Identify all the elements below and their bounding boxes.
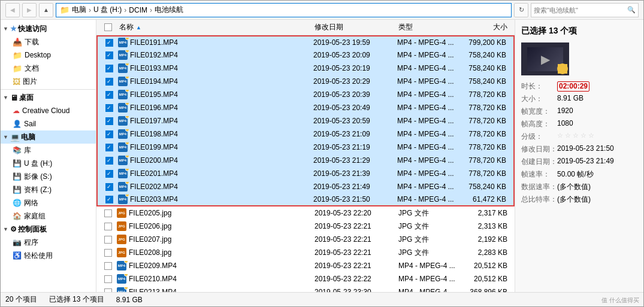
sidebar-section-desktop[interactable]: ▼ 🖥 桌面	[1, 91, 96, 104]
row-checkbox[interactable]: ✓	[105, 51, 113, 59]
width-label: 帧宽度：	[521, 107, 557, 117]
row-checkbox[interactable]: ✓	[105, 144, 113, 151]
table-row[interactable]: JPG FILE0206.jpg 2019-05-23 22:21 JPG 文件…	[96, 220, 515, 233]
table-row[interactable]: MP4 FILE0210.MP4 2019-05-23 22:22 MP4 - …	[96, 272, 515, 285]
sidebar-item-library[interactable]: 📚 库	[1, 144, 96, 157]
table-row[interactable]: ✓ MP4 FILE0203.MP4 2019-05-23 21:50 MP4 …	[96, 193, 515, 206]
row-checkbox[interactable]: ✓	[105, 91, 113, 99]
row-check-cell[interactable]: ✓	[100, 65, 118, 72]
row-checkbox[interactable]: ✓	[105, 39, 113, 47]
row-check-cell[interactable]	[99, 236, 117, 244]
row-checkbox[interactable]	[104, 275, 112, 283]
row-type: MP4 - MPEG-4 ...	[398, 262, 458, 270]
sidebar-item-shadow[interactable]: 💾 影像 (S:)	[1, 170, 96, 183]
row-checkbox[interactable]	[104, 249, 112, 257]
row-checkbox[interactable]: ✓	[105, 65, 113, 72]
col-header-name[interactable]: 名称 ▲	[117, 22, 315, 32]
row-checkbox[interactable]	[104, 209, 112, 217]
row-check-cell[interactable]	[99, 275, 117, 283]
row-check-cell[interactable]: ✓	[100, 130, 118, 138]
row-check-cell[interactable]: ✓	[100, 144, 118, 151]
row-check-cell[interactable]: ✓	[100, 51, 118, 59]
sidebar-item-documents[interactable]: 📁 文档	[1, 62, 96, 75]
sidebar-item-easyaccess[interactable]: ♿ 轻松使用	[1, 249, 96, 262]
table-row[interactable]: ✓ MP4 FILE0195.MP4 2019-05-23 20:39 MP4 …	[96, 88, 515, 101]
row-check-cell[interactable]: ✓	[100, 104, 118, 112]
row-checkbox[interactable]: ✓	[105, 196, 113, 203]
row-check-cell[interactable]	[99, 209, 117, 217]
row-checkbox[interactable]: ✓	[105, 130, 113, 138]
sidebar-item-resource[interactable]: 💾 资料 (Z:)	[1, 183, 96, 196]
row-checkbox[interactable]: ✓	[105, 104, 113, 112]
table-row[interactable]: MP4 FILE0209.MP4 2019-05-23 22:21 MP4 - …	[96, 259, 515, 272]
table-row[interactable]: ✓ MP4 FILE0192.MP4 2019-05-23 20:09 MP4 …	[96, 48, 515, 62]
sidebar-label-sail: Sail	[24, 120, 36, 128]
sidebar-label-shadow: 影像 (S:)	[24, 172, 52, 182]
up-button[interactable]: ▲	[39, 3, 53, 17]
row-check-cell[interactable]: ✓	[100, 196, 118, 203]
sidebar-section-computer[interactable]: ▼ 💻 电脑	[1, 130, 96, 144]
sidebar-item-creativecloud[interactable]: ☁ Creative Cloud	[1, 104, 96, 117]
sidebar-item-network[interactable]: 🌐 网络	[1, 196, 96, 209]
table-row[interactable]: ✓ MP4 FILE0197.MP4 2019-05-23 20:59 MP4 …	[96, 114, 515, 127]
row-check-cell[interactable]	[99, 223, 117, 230]
address-bar[interactable]: 📁 电脑 › U 盘 (H:) › DCIM › 电池续航	[56, 3, 512, 17]
mp4-icon: MP4	[118, 116, 128, 126]
table-row[interactable]: ✓ MP4 FILE0196.MP4 2019-05-23 20:49 MP4 …	[96, 101, 515, 114]
col-header-type[interactable]: 类型	[398, 22, 458, 32]
sidebar-section-quickaccess[interactable]: ▼ ★ 快速访问	[1, 22, 96, 35]
titlebar: ◀ ▶ ▲ 📁 电脑 › U 盘 (H:) › DCIM › 电池续航 ↻ 🔍	[1, 1, 643, 20]
table-row[interactable]: ✓ MP4 FILE0199.MP4 2019-05-23 21:19 MP4 …	[96, 141, 515, 154]
sidebar-item-sail[interactable]: 👤 Sail	[1, 117, 96, 130]
table-row[interactable]: JPG FILE0208.jpg 2019-05-23 22:21 JPG 文件…	[96, 246, 515, 259]
row-check-cell[interactable]: ✓	[100, 117, 118, 125]
row-checkbox[interactable]	[104, 223, 112, 230]
table-row[interactable]: ✓ MP4 FILE0198.MP4 2019-05-23 21:09 MP4 …	[96, 127, 515, 141]
row-check-cell[interactable]: ✓	[100, 78, 118, 86]
table-row[interactable]: ✓ MP4 FILE0193.MP4 2019-05-23 20:19 MP4 …	[96, 62, 515, 75]
row-check-cell[interactable]	[99, 249, 117, 257]
col-header-date[interactable]: 修改日期	[315, 22, 398, 32]
table-row[interactable]: JPG FILE0205.jpg 2019-05-23 22:20 JPG 文件…	[96, 206, 515, 220]
table-row[interactable]: ✓ MP4 FILE0201.MP4 2019-05-23 21:39 MP4 …	[96, 167, 515, 180]
table-row[interactable]: JPG FILE0207.jpg 2019-05-23 22:21 JPG 文件…	[96, 233, 515, 246]
row-checkbox[interactable]: ✓	[105, 183, 113, 191]
select-all-checkbox[interactable]	[104, 23, 112, 31]
sidebar-item-udisk[interactable]: 💾 U 盘 (H:)	[1, 157, 96, 170]
sidebar-item-pictures[interactable]: 🖼 图片	[1, 75, 96, 88]
table-row[interactable]: MP4 FILE0213.MP4 2019-05-23 23:30 MP4 - …	[96, 285, 515, 292]
row-type: MP4 - MPEG-4 ...	[397, 143, 457, 151]
created-label: 创建日期：	[521, 157, 557, 167]
row-checkbox[interactable]	[104, 236, 112, 244]
row-check-cell[interactable]: ✓	[100, 170, 118, 178]
sidebar-item-homegroup[interactable]: 🏠 家庭组	[1, 209, 96, 223]
sidebar-item-download[interactable]: 📥 下载	[1, 35, 96, 48]
table-row[interactable]: ✓ MP4 FILE0200.MP4 2019-05-23 21:29 MP4 …	[96, 154, 515, 167]
table-row[interactable]: ✓ MP4 FILE0194.MP4 2019-05-23 20:29 MP4 …	[96, 75, 515, 88]
sidebar-item-desktop[interactable]: 📁 Desktop	[1, 48, 96, 62]
row-check-cell[interactable]: ✓	[100, 91, 118, 99]
row-check-cell[interactable]: ✓	[100, 157, 118, 165]
forward-button[interactable]: ▶	[22, 3, 37, 17]
mp4-icon: MP4	[118, 63, 128, 73]
col-header-size[interactable]: 大小	[458, 22, 512, 32]
row-check-cell[interactable]: ✓	[100, 183, 118, 191]
status-size: 8.91 GB	[116, 296, 143, 304]
row-checkbox[interactable]: ✓	[105, 78, 113, 86]
row-checkbox[interactable]: ✓	[105, 157, 113, 165]
search-bar[interactable]: 🔍	[531, 3, 639, 17]
back-button[interactable]: ◀	[5, 3, 20, 17]
file-name: FILE0191.MP4	[130, 38, 178, 47]
row-checkbox[interactable]: ✓	[105, 117, 113, 125]
refresh-button[interactable]: ↻	[514, 3, 528, 17]
search-input[interactable]	[534, 7, 626, 14]
row-checkbox[interactable]: ✓	[105, 170, 113, 178]
table-row[interactable]: ✓ MP4 FILE0202.MP4 2019-05-23 21:49 MP4 …	[96, 180, 515, 193]
row-check-cell[interactable]: ✓	[100, 39, 118, 47]
header-check[interactable]	[99, 23, 117, 31]
table-row[interactable]: ✓ MP4 FILE0191.MP4 2019-05-23 19:59 MP4 …	[96, 35, 515, 48]
sidebar-item-programs[interactable]: 📷 程序	[1, 236, 96, 249]
row-checkbox[interactable]	[104, 262, 112, 270]
row-check-cell[interactable]	[99, 262, 117, 270]
sidebar-section-controlpanel[interactable]: ▼ ⚙ 控制面板	[1, 223, 96, 236]
